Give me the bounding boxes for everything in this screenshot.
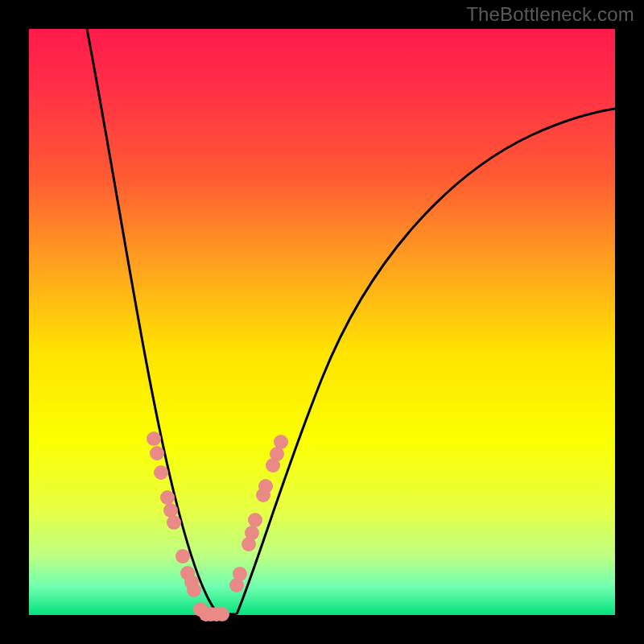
svg-point-19: [248, 513, 262, 527]
svg-point-6: [175, 549, 190, 564]
chart-canvas: [0, 0, 644, 644]
plot-background: [29, 29, 615, 615]
svg-point-9: [187, 583, 201, 597]
svg-point-14: [215, 607, 229, 621]
svg-point-21: [258, 479, 273, 493]
watermark-text: TheBottleneck.com: [466, 3, 634, 26]
svg-point-3: [160, 490, 175, 505]
svg-point-2: [154, 465, 168, 480]
svg-point-5: [167, 515, 181, 530]
svg-point-24: [274, 435, 288, 449]
svg-point-1: [150, 446, 164, 460]
svg-point-0: [147, 431, 161, 446]
svg-point-18: [245, 526, 259, 540]
chart-frame: TheBottleneck.com: [0, 0, 644, 644]
svg-point-16: [233, 567, 247, 581]
